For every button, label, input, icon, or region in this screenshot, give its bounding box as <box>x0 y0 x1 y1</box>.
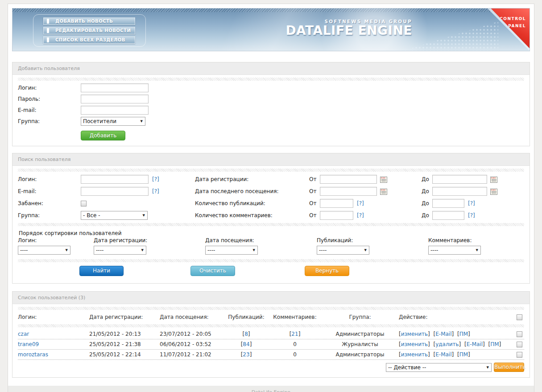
search-group-select[interactable]: - Все - <box>81 211 148 220</box>
reg-date-cell: 25/05/2012 - 21:38 <box>89 341 160 347</box>
group-select[interactable]: Посетители <box>81 117 145 126</box>
comments-from-input[interactable] <box>320 211 353 220</box>
comments-count-link[interactable]: 21 <box>291 331 298 337</box>
restore-button[interactable]: Вернуть <box>305 266 349 276</box>
select-all-checkbox[interactable] <box>517 314 522 320</box>
email-link[interactable]: E-Mail <box>467 341 483 347</box>
user-login-link[interactable]: trane09 <box>18 341 39 347</box>
visit-date-from-input[interactable] <box>320 187 377 196</box>
pm-link[interactable]: ПМ <box>459 351 468 358</box>
publications-cell: [84] <box>226 341 269 347</box>
divider-hatch <box>18 307 524 310</box>
visit-date-to-input[interactable] <box>432 187 487 196</box>
comments-to-help-link[interactable]: [?] <box>468 212 475 219</box>
email-link[interactable]: E-Mail <box>435 331 451 337</box>
sort-pubs-select[interactable]: ---- <box>317 246 369 255</box>
group-cell: Администраторы <box>323 331 399 337</box>
col-reg-date: Дата регистрации: <box>89 314 160 320</box>
row-checkbox[interactable] <box>517 342 522 347</box>
reg-date-to-input[interactable] <box>432 175 487 184</box>
reg-date-cell: 25/05/2012 - 22:14 <box>89 351 160 358</box>
password-input[interactable] <box>81 95 149 103</box>
banned-checkbox[interactable] <box>81 201 87 206</box>
actions-cell: [изменить] [E-Mail] [ПМ] <box>399 351 513 358</box>
pm-link[interactable]: ПМ <box>459 331 468 337</box>
publications-cell: [23] <box>226 351 269 358</box>
last-visit-label: Дата последнего посещения: <box>195 188 309 194</box>
bracket: ] <box>250 341 252 347</box>
mass-action-select[interactable]: -- Действие -- <box>386 363 492 372</box>
from-label: От <box>309 200 320 206</box>
email-help-link[interactable]: [?] <box>152 188 159 194</box>
calendar-icon[interactable] <box>490 188 497 195</box>
from-label: От <box>309 212 320 219</box>
password-label: Пароль: <box>18 96 81 102</box>
group-cell: Журналисты <box>323 341 399 347</box>
search-email-input[interactable] <box>81 187 149 196</box>
pubs-from-input[interactable] <box>320 199 353 208</box>
pubs-from-help-link[interactable]: [?] <box>357 200 364 206</box>
email-link[interactable]: E-Mail <box>435 351 451 358</box>
bracket: ] <box>483 341 485 347</box>
user-list-panel: Список пользователей (3) Логин: Дата рег… <box>12 291 530 378</box>
table-header-row: Логин: Дата регистрации: Дата посещения:… <box>18 312 524 322</box>
sort-visit-date-select[interactable]: ---- <box>205 246 258 255</box>
divider-hatch <box>18 169 524 172</box>
email-input[interactable] <box>81 106 149 115</box>
publications-count-link[interactable]: 8 <box>244 331 248 337</box>
search-login-input[interactable] <box>81 175 149 184</box>
sort-reg-date-label: Дата регистрации: <box>94 237 205 243</box>
col-visit-date: Дата посещения: <box>160 314 226 320</box>
edit-link[interactable]: изменить <box>401 351 428 358</box>
comments-cell: 0 <box>269 341 323 347</box>
comment-count-label: Количество комментариев: <box>195 212 309 219</box>
delete-link[interactable]: удалить <box>435 341 459 347</box>
calendar-icon[interactable] <box>490 176 497 183</box>
user-login-link[interactable]: moroztaras <box>18 351 48 358</box>
pubs-to-input[interactable] <box>432 199 464 208</box>
nav-all-sections-button[interactable]: СПИСОК ВСЕХ РАЗДЕЛОВ <box>43 36 135 44</box>
add-user-button[interactable]: Добавить <box>81 131 125 140</box>
search-login-label: Логин: <box>18 176 81 182</box>
execute-button[interactable]: Выполнить <box>494 363 524 372</box>
edit-link[interactable]: изменить <box>401 331 428 337</box>
calendar-icon[interactable] <box>380 188 387 195</box>
divider-hatch <box>18 324 524 327</box>
brand-title: DATALIFE ENGINE <box>285 24 412 37</box>
col-comments: Комментариев: <box>269 314 323 320</box>
banner-nav-box: ДОБАВИТЬ НОВОСТЬ РЕДАКТИРОВАТЬ НОВОСТИ С… <box>33 14 146 47</box>
reg-date-from-input[interactable] <box>320 175 377 184</box>
col-login: Логин: <box>18 314 89 320</box>
login-input[interactable] <box>81 83 149 92</box>
sort-comments-select[interactable]: ---- <box>428 246 481 255</box>
add-user-title: Добавить пользователя <box>12 62 530 75</box>
bracket: ] <box>428 331 430 337</box>
visit-date-cell: 06/06/2012 - 03:52 <box>160 341 226 347</box>
sort-reg-date-select[interactable]: ---- <box>94 246 146 255</box>
pm-link[interactable]: ПМ <box>490 341 499 347</box>
nav-add-news-button[interactable]: ДОБАВИТЬ НОВОСТЬ <box>43 17 135 25</box>
from-label: От <box>309 176 320 182</box>
publications-count-link[interactable]: 84 <box>243 341 249 347</box>
user-login-link[interactable]: czar <box>18 331 29 337</box>
to-label: До <box>422 200 432 206</box>
nav-edit-news-button[interactable]: РЕДАКТИРОВАТЬ НОВОСТИ <box>43 27 135 34</box>
sort-pubs-label: Публикаций: <box>317 237 428 243</box>
comments-from-help-link[interactable]: [?] <box>357 212 364 219</box>
pubs-to-help-link[interactable]: [?] <box>468 200 475 206</box>
publications-count-link[interactable]: 23 <box>243 351 249 358</box>
add-user-panel: Добавить пользователя Логин: Пароль: E-m… <box>12 62 530 146</box>
row-checkbox[interactable] <box>517 331 522 337</box>
row-checkbox[interactable] <box>517 352 522 358</box>
divider-hatch <box>18 223 524 226</box>
login-label: Логин: <box>18 85 81 91</box>
find-button[interactable]: Найти <box>79 266 124 276</box>
comments-to-input[interactable] <box>432 211 464 220</box>
edit-link[interactable]: изменить <box>401 341 428 347</box>
sort-login-select[interactable]: ---- <box>18 246 70 255</box>
clear-button[interactable]: Очистить <box>190 266 235 276</box>
login-help-link[interactable]: [?] <box>152 176 159 182</box>
actions-cell: [изменить] [E-Mail] [ПМ] <box>399 331 513 337</box>
calendar-icon[interactable] <box>380 176 387 183</box>
table-row: trane09 25/05/2012 - 21:38 06/06/2012 - … <box>18 339 524 350</box>
